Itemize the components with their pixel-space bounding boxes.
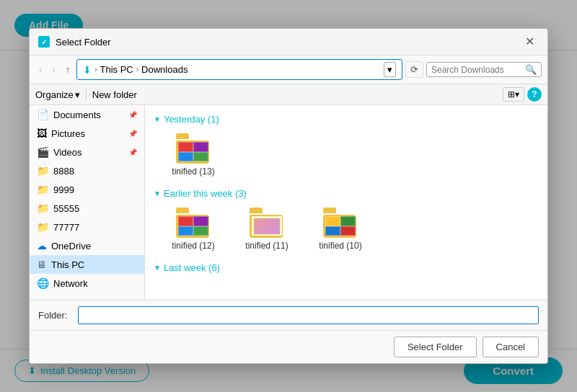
last-week-collapse-arrow[interactable]: ▼ bbox=[154, 264, 161, 272]
pin-icon-pictures: 📌 bbox=[128, 130, 137, 138]
sidebar-item-8888[interactable]: 📁 8888 bbox=[30, 161, 144, 180]
sidebar-item-77777[interactable]: 📁 77777 bbox=[30, 218, 144, 236]
folder-icon-tinified-11 bbox=[248, 208, 286, 238]
earlier-collapse-arrow[interactable]: ▼ bbox=[154, 190, 161, 197]
file-item-tinified-13[interactable]: tinified (13) bbox=[161, 130, 226, 179]
dialog-title-icon: ✓ bbox=[38, 36, 50, 48]
path-separator-1: › bbox=[94, 66, 97, 74]
sidebar-item-videos[interactable]: 🎬 Videos 📌 bbox=[30, 143, 144, 161]
cancel-button[interactable]: Cancel bbox=[483, 337, 539, 357]
search-input[interactable] bbox=[431, 65, 525, 75]
folder-input[interactable] bbox=[78, 306, 539, 324]
address-bar: ‹ › ↑ ⬇ › This PC › Downloads ▾ ⟳ 🔍 bbox=[30, 55, 547, 84]
help-button[interactable]: ? bbox=[527, 87, 542, 102]
path-this-pc: This PC bbox=[100, 64, 133, 75]
search-icon: 🔍 bbox=[525, 64, 537, 75]
file-label-tinified-13: tinified (13) bbox=[172, 166, 214, 177]
path-separator-2: › bbox=[136, 66, 138, 74]
sidebar-label-documents: Documents bbox=[53, 110, 101, 120]
sidebar-item-documents[interactable]: 📄 Documents 📌 bbox=[30, 105, 144, 124]
file-label-tinified-12: tinified (12) bbox=[172, 241, 214, 251]
sidebar-label-videos: Videos bbox=[53, 147, 82, 158]
folder-label: Folder: bbox=[38, 310, 71, 321]
sidebar-label-55555: 55555 bbox=[53, 203, 79, 214]
folder-icon-tinified-13 bbox=[175, 133, 212, 164]
file-item-tinified-10[interactable]: tinified (10) bbox=[308, 205, 373, 254]
dialog-body: 📄 Documents 📌 🖼 Pictures 📌 🎬 Videos 📌 bbox=[30, 105, 547, 300]
dialog-title: Select Folder bbox=[56, 37, 515, 48]
dialog-toolbar: Organize ▾ New folder ⊞▾ ? bbox=[30, 84, 547, 105]
folder-icon-55555: 📁 bbox=[37, 202, 49, 214]
path-dropdown-button[interactable]: ▾ bbox=[384, 62, 396, 77]
view-toggle-button[interactable]: ⊞▾ bbox=[503, 87, 524, 102]
yesterday-file-grid: tinified (13) bbox=[154, 130, 539, 179]
onedrive-icon: ☁ bbox=[37, 240, 47, 251]
path-downloads: Downloads bbox=[141, 64, 188, 75]
pin-icon-documents: 📌 bbox=[128, 111, 137, 119]
group-header-last-week: ▼ Last week (6) bbox=[154, 262, 539, 273]
select-folder-button[interactable]: Select Folder bbox=[394, 337, 477, 357]
folder-bar: Folder: bbox=[30, 300, 547, 330]
address-icon: ⬇ bbox=[83, 64, 92, 76]
organize-button[interactable]: Organize ▾ bbox=[35, 89, 80, 100]
modal-overlay: ✓ Select Folder ✕ ‹ › ↑ ⬇ › This PC › Do… bbox=[0, 0, 577, 392]
sidebar-item-55555[interactable]: 📁 55555 bbox=[30, 199, 144, 218]
documents-icon: 📄 bbox=[37, 109, 49, 120]
dialog-close-button[interactable]: ✕ bbox=[521, 35, 539, 49]
app-background: Add File ⬇ Install Desktop Version Conve… bbox=[0, 0, 577, 392]
sidebar-item-pictures[interactable]: 🖼 Pictures 📌 bbox=[30, 124, 144, 143]
network-icon: 🌐 bbox=[37, 277, 49, 289]
group-header-yesterday: ▼ Yesterday (1) bbox=[154, 114, 539, 125]
address-path[interactable]: ⬇ › This PC › Downloads ▾ bbox=[76, 59, 402, 80]
pin-icon-videos: 📌 bbox=[128, 148, 137, 156]
folder-icon-77777: 📁 bbox=[37, 221, 49, 233]
up-button[interactable]: ↑ bbox=[62, 62, 74, 77]
file-label-tinified-10: tinified (10) bbox=[319, 241, 361, 251]
file-item-tinified-11[interactable]: tinified (11) bbox=[234, 205, 299, 254]
group-header-earlier-this-week: ▼ Earlier this week (3) bbox=[154, 188, 539, 199]
earlier-header-text: Earlier this week (3) bbox=[164, 188, 247, 199]
sidebar-label-8888: 8888 bbox=[53, 166, 74, 177]
folder-icon-tinified-10 bbox=[322, 208, 359, 238]
sidebar-label-network: Network bbox=[53, 278, 88, 289]
sidebar-item-9999[interactable]: 📁 9999 bbox=[30, 180, 144, 199]
sidebar-label-9999: 9999 bbox=[53, 184, 74, 195]
sidebar-item-network[interactable]: 🌐 Network bbox=[30, 274, 144, 293]
sidebar-item-onedrive[interactable]: ☁ OneDrive bbox=[30, 236, 144, 255]
dialog-actions: Select Folder Cancel bbox=[30, 330, 547, 363]
sidebar-label-this-pc: This PC bbox=[51, 259, 84, 270]
sidebar: 📄 Documents 📌 🖼 Pictures 📌 🎬 Videos 📌 bbox=[30, 105, 145, 300]
back-button[interactable]: ‹ bbox=[35, 62, 45, 77]
sidebar-label-onedrive: OneDrive bbox=[51, 241, 91, 251]
file-area: ▼ Yesterday (1) bbox=[145, 105, 547, 300]
organize-dropdown-icon: ▾ bbox=[75, 89, 80, 100]
sidebar-item-this-pc[interactable]: 🖥 This PC bbox=[30, 255, 144, 274]
this-pc-icon: 🖥 bbox=[37, 259, 47, 270]
yesterday-collapse-arrow[interactable]: ▼ bbox=[154, 115, 161, 123]
pictures-icon: 🖼 bbox=[37, 128, 47, 139]
dialog-titlebar: ✓ Select Folder ✕ bbox=[30, 29, 547, 55]
toolbar-separator bbox=[86, 89, 87, 100]
sidebar-label-77777: 77777 bbox=[53, 222, 79, 233]
earlier-file-grid: tinified (12) tinified (11) bbox=[154, 205, 539, 254]
toolbar-right: ⊞▾ ? bbox=[503, 87, 542, 102]
search-box[interactable]: 🔍 bbox=[426, 62, 542, 77]
yesterday-header-text: Yesterday (1) bbox=[164, 114, 219, 125]
folder-icon-8888: 📁 bbox=[37, 165, 49, 177]
select-folder-dialog: ✓ Select Folder ✕ ‹ › ↑ ⬇ › This PC › Do… bbox=[29, 28, 548, 364]
folder-icon-tinified-12 bbox=[175, 208, 212, 238]
videos-icon: 🎬 bbox=[37, 146, 49, 158]
file-label-tinified-11: tinified (11) bbox=[245, 241, 288, 251]
refresh-button[interactable]: ⟳ bbox=[405, 61, 423, 78]
sidebar-label-pictures: Pictures bbox=[51, 128, 85, 139]
forward-button[interactable]: › bbox=[48, 62, 58, 77]
folder-icon-9999: 📁 bbox=[37, 184, 49, 195]
file-item-tinified-12[interactable]: tinified (12) bbox=[161, 205, 226, 254]
last-week-header-text: Last week (6) bbox=[164, 262, 220, 273]
new-folder-button[interactable]: New folder bbox=[92, 89, 137, 100]
